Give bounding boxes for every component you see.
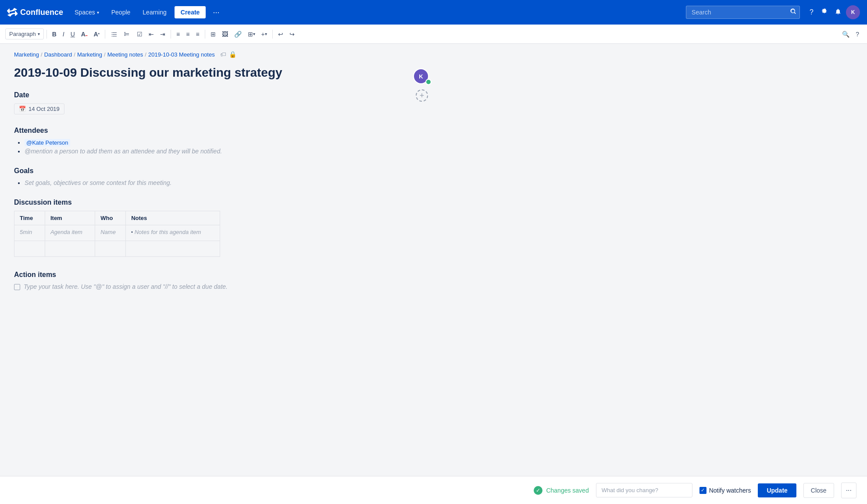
table-row-empty (14, 241, 220, 257)
paragraph-chevron-icon: ▾ (38, 32, 40, 36)
breadcrumb-meeting-notes-2019[interactable]: 2019-10-03 Meeting notes (148, 51, 215, 58)
create-button[interactable]: Create (175, 6, 206, 18)
confluence-logo[interactable]: Confluence (7, 7, 63, 18)
breadcrumb-marketing2[interactable]: Marketing (77, 51, 102, 58)
table-head: Time Item Who Notes (14, 211, 220, 225)
task-checkbox[interactable] (14, 284, 20, 290)
notify-label-text: Notify watchers (709, 487, 751, 494)
cell-time-1[interactable] (14, 241, 45, 257)
goals-placeholder: Set goals, objectives or some context fo… (25, 179, 409, 186)
table-header-row: Time Item Who Notes (14, 211, 220, 225)
add-watcher-button[interactable]: + (416, 89, 428, 102)
align-center-button[interactable]: ≡ (183, 29, 192, 39)
cell-notes-1[interactable] (126, 241, 220, 257)
table-row: 5min Agenda item Name • Notes for this a… (14, 225, 220, 241)
breadcrumb-sep-4: / (145, 51, 146, 58)
indent-button[interactable]: ⇥ (157, 29, 168, 39)
paragraph-label: Paragraph (9, 31, 36, 37)
cell-time-0[interactable]: 5min (14, 225, 45, 241)
learning-link[interactable]: Learning (138, 6, 171, 18)
breadcrumb-dashboard[interactable]: Dashboard (44, 51, 72, 58)
breadcrumb: Marketing / Dashboard / Marketing / Meet… (0, 44, 867, 61)
attendees-list: @Kate Peterson @mention a person to add … (25, 139, 409, 155)
people-link[interactable]: People (107, 6, 135, 18)
discussion-table: Time Item Who Notes 5min Agenda item Nam… (14, 211, 220, 257)
page-content: 2019-10-09 Discussing our marketing stra… (14, 61, 409, 343)
label-icon[interactable]: 🏷 (220, 51, 226, 58)
confluence-logo-icon (7, 7, 18, 18)
settings-button[interactable] (818, 5, 830, 19)
check-circle-icon: ✓ (534, 486, 542, 495)
topnav-icons: ? K (807, 5, 860, 19)
date-value: 14 Oct 2019 (29, 106, 60, 112)
notifications-button[interactable] (832, 5, 844, 19)
more-options-button[interactable]: ··· (841, 483, 856, 498)
cell-who-0[interactable]: Name (95, 225, 126, 241)
spaces-label: Spaces (75, 9, 95, 16)
link-button[interactable]: 🔗 (232, 29, 244, 39)
cell-notes-0[interactable]: • Notes for this agenda item (126, 225, 220, 241)
help-button[interactable]: ? (807, 6, 816, 19)
image-button[interactable]: 🖼 (219, 29, 231, 39)
update-button[interactable]: Update (758, 483, 796, 497)
bullet-list-button[interactable] (108, 29, 120, 39)
task-list-button[interactable]: ☑ (134, 29, 145, 39)
people-label: People (111, 9, 131, 16)
breadcrumb-marketing[interactable]: Marketing (14, 51, 39, 58)
cell-item-1[interactable] (45, 241, 95, 257)
bullet-list-icon (111, 31, 118, 38)
bold-button[interactable]: B (50, 29, 59, 39)
align-left-button[interactable]: ≡ (174, 29, 182, 39)
change-description-input[interactable] (596, 483, 692, 497)
underline-button[interactable]: U (68, 29, 78, 39)
breadcrumb-sep-2: / (74, 51, 75, 58)
breadcrumb-meeting-notes[interactable]: Meeting notes (107, 51, 143, 58)
table-insert-button[interactable]: ⊞▾ (245, 29, 258, 39)
restrict-icon[interactable]: 🔒 (229, 51, 236, 58)
undo-button[interactable]: ↩ (275, 29, 286, 39)
toolbar-divider-5 (272, 30, 273, 39)
paragraph-style-select[interactable]: Paragraph ▾ (5, 28, 44, 39)
align-right-button[interactable]: ≡ (193, 29, 202, 39)
mention-badge[interactable]: @Kate Peterson (25, 139, 70, 146)
search-wrapper (686, 6, 800, 19)
search-svg (790, 8, 796, 14)
user-avatar[interactable]: K (846, 5, 860, 19)
editor-avatar-group: K (413, 68, 431, 84)
search-toolbar-button[interactable]: 🔍 (839, 29, 852, 39)
search-icon[interactable] (790, 8, 796, 16)
notify-watchers-label[interactable]: ✓ Notify watchers (699, 487, 751, 494)
table-button[interactable]: ⊞ (208, 29, 218, 39)
online-badge (425, 79, 432, 85)
goals-placeholder-text: Set goals, objectives or some context fo… (25, 179, 171, 186)
spaces-chevron-icon: ▾ (97, 10, 99, 15)
notify-checkbox[interactable]: ✓ (699, 487, 706, 494)
numbered-list-button[interactable] (121, 29, 133, 39)
insert-more-button[interactable]: +▾ (259, 29, 270, 39)
attendee-placeholder: @mention a person to add them as an atte… (25, 148, 409, 155)
spaces-dropdown[interactable]: Spaces ▾ (70, 6, 103, 18)
more-button[interactable]: ··· (209, 5, 223, 20)
logo-text: Confluence (20, 8, 63, 17)
search-input[interactable] (686, 6, 800, 19)
cell-who-1[interactable] (95, 241, 126, 257)
changes-saved-label: Changes saved (546, 487, 589, 494)
cell-item-0[interactable]: Agenda item (45, 225, 95, 241)
notes-text-0: Notes for this agenda item (135, 229, 201, 235)
close-button[interactable]: Close (803, 483, 834, 498)
toolbar-divider-3 (171, 30, 171, 39)
toolbar-divider-2 (105, 30, 105, 39)
right-sidebar: K + (409, 61, 435, 343)
help-toolbar-button[interactable]: ? (853, 29, 862, 39)
col-time: Time (14, 211, 45, 225)
editor-toolbar: Paragraph ▾ B I U A_ A* ☑ ⇤ ⇥ ≡ ≡ ≡ ⊞ 🖼 … (0, 25, 867, 44)
italic-button[interactable]: I (60, 29, 67, 39)
calendar-icon: 📅 (19, 106, 26, 112)
font-color-button[interactable]: A_ (78, 29, 90, 39)
attendees-placeholder-text: @mention a person to add them as an atte… (25, 148, 222, 155)
redo-button[interactable]: ↪ (287, 29, 297, 39)
outdent-button[interactable]: ⇤ (146, 29, 157, 39)
font-style-button[interactable]: A* (91, 29, 102, 39)
date-badge[interactable]: 📅 14 Oct 2019 (14, 103, 64, 114)
col-who: Who (95, 211, 126, 225)
